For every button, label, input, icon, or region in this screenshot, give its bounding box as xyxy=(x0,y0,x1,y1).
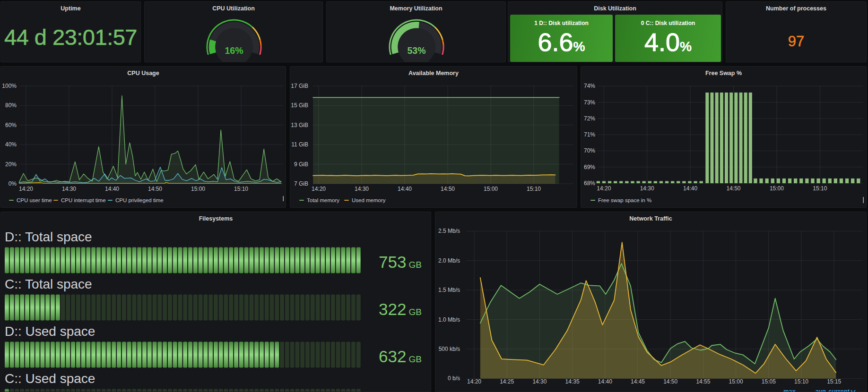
svg-text:14:40: 14:40 xyxy=(598,378,612,385)
svg-text:500 kb/s: 500 kb/s xyxy=(439,346,460,352)
svg-text:70%: 70% xyxy=(584,147,595,154)
svg-text:14:25: 14:25 xyxy=(500,378,514,385)
svg-text:14:40: 14:40 xyxy=(398,186,412,192)
svg-text:15:10: 15:10 xyxy=(527,186,541,192)
svg-text:14:50: 14:50 xyxy=(726,185,740,192)
svg-text:14:40: 14:40 xyxy=(683,185,697,192)
svg-text:9 GiB: 9 GiB xyxy=(294,161,308,168)
svg-text:60%: 60% xyxy=(5,122,17,128)
svg-text:14:30: 14:30 xyxy=(532,378,547,385)
svg-text:15:00: 15:00 xyxy=(191,186,205,192)
svg-text:53%: 53% xyxy=(407,45,425,56)
svg-text:14:20: 14:20 xyxy=(467,378,481,385)
svg-text:max: max xyxy=(783,388,796,392)
svg-text:15:10: 15:10 xyxy=(813,185,827,192)
svg-text:14:20: 14:20 xyxy=(19,186,33,192)
svg-text:15:00: 15:00 xyxy=(484,186,498,192)
svg-text:14:45: 14:45 xyxy=(631,378,645,385)
svg-text:0 b/s: 0 b/s xyxy=(448,375,460,382)
svg-text:15:00: 15:00 xyxy=(770,185,784,192)
svg-text:15:05: 15:05 xyxy=(762,378,776,385)
svg-text:current: current xyxy=(828,388,850,392)
svg-text:15:10: 15:10 xyxy=(234,186,248,192)
svg-text:14:20: 14:20 xyxy=(597,185,611,192)
svg-text:14:40: 14:40 xyxy=(105,186,119,192)
svg-text:11 GiB: 11 GiB xyxy=(291,141,308,148)
svg-text:14:50: 14:50 xyxy=(441,186,455,192)
svg-text:69%: 69% xyxy=(584,164,595,170)
svg-text:avg: avg xyxy=(816,388,826,392)
svg-text:14:20: 14:20 xyxy=(312,186,326,192)
svg-text:14:35: 14:35 xyxy=(565,378,580,385)
svg-text:14:30: 14:30 xyxy=(355,186,369,192)
svg-text:15:10: 15:10 xyxy=(794,378,808,385)
svg-text:0%: 0% xyxy=(9,180,17,187)
svg-text:80%: 80% xyxy=(5,102,17,109)
svg-text:16%: 16% xyxy=(225,45,243,56)
svg-text:68%: 68% xyxy=(584,180,595,187)
svg-text:15:15: 15:15 xyxy=(827,378,841,385)
svg-text:14:50: 14:50 xyxy=(663,378,677,385)
svg-text:1.5 Mb/s: 1.5 Mb/s xyxy=(438,287,460,293)
svg-text:71%: 71% xyxy=(584,131,595,138)
svg-text:72%: 72% xyxy=(584,115,595,122)
svg-text:14:30: 14:30 xyxy=(640,185,654,192)
svg-text:20%: 20% xyxy=(5,161,17,168)
svg-text:2.0 Mb/s: 2.0 Mb/s xyxy=(438,257,460,264)
svg-text:100%: 100% xyxy=(2,83,17,89)
svg-text:15 GiB: 15 GiB xyxy=(291,102,308,109)
svg-text:14:30: 14:30 xyxy=(62,186,76,192)
svg-text:40%: 40% xyxy=(5,141,17,148)
svg-text:14:55: 14:55 xyxy=(696,378,710,385)
svg-text:14:50: 14:50 xyxy=(148,186,162,192)
svg-text:74%: 74% xyxy=(584,83,595,89)
svg-text:17 GiB: 17 GiB xyxy=(291,83,308,89)
svg-text:13 GiB: 13 GiB xyxy=(291,122,308,128)
svg-text:7 GiB: 7 GiB xyxy=(294,180,308,187)
svg-text:1.0 Mb/s: 1.0 Mb/s xyxy=(438,316,460,323)
svg-text:73%: 73% xyxy=(584,99,595,106)
svg-text:15:00: 15:00 xyxy=(729,378,743,385)
svg-text:2.5 Mb/s: 2.5 Mb/s xyxy=(438,228,460,234)
